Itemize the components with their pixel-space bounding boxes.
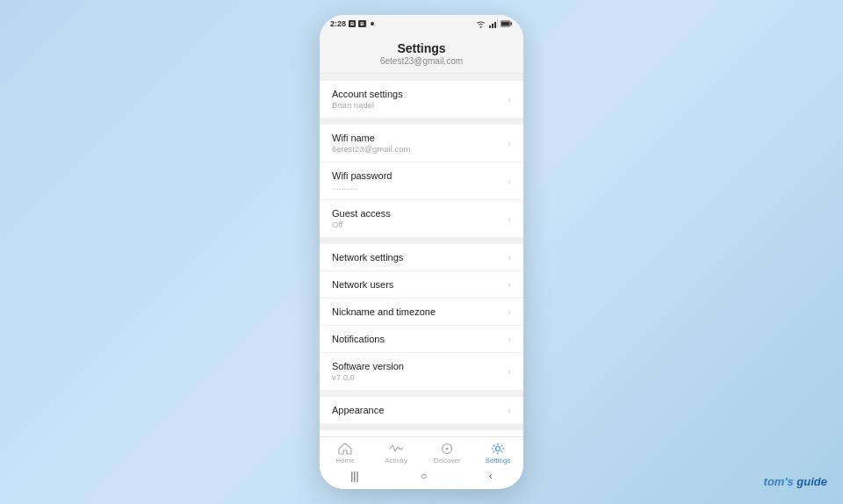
item-subtitle: v7.0.0	[332, 372, 502, 382]
sys-nav-recents[interactable]: |||	[350, 470, 358, 482]
chevron-icon: ›	[508, 405, 511, 415]
item-subtitle: Brian nadel	[332, 100, 502, 110]
settings-group-appearance: Appearance ›	[320, 397, 523, 423]
sys-nav-back[interactable]: ‹	[489, 470, 493, 482]
settings-item-account[interactable]: Account settings Brian nadel ›	[320, 81, 523, 118]
chevron-icon: ›	[508, 213, 511, 224]
chevron-icon: ›	[508, 252, 511, 263]
svg-point-8	[446, 448, 449, 450]
item-title: Account settings	[332, 89, 502, 99]
settings-item-wifi-name[interactable]: Wifi name 6etest23@gmail.com ›	[320, 125, 523, 162]
settings-item-notifications[interactable]: Notifications ›	[320, 326, 523, 353]
item-content: Wifi password ...........	[332, 170, 502, 191]
svg-rect-6	[501, 22, 509, 25]
settings-scroll: Account settings Brian nadel › Wifi name…	[320, 74, 523, 436]
settings-item-software-version[interactable]: Software version v7.0.0 ›	[320, 353, 523, 390]
item-content: Account settings Brian nadel	[332, 89, 502, 110]
settings-item-appearance[interactable]: Appearance ›	[320, 397, 523, 423]
item-title: Notifications	[332, 334, 502, 344]
settings-item-wifi-password[interactable]: Wifi password ........... ›	[320, 162, 523, 200]
item-title: Wifi password	[332, 170, 502, 181]
item-subtitle: Off	[332, 220, 502, 229]
chevron-icon: ›	[508, 279, 511, 290]
nav-item-discover[interactable]: Discover	[422, 443, 472, 464]
page-header: Settings 6etest23@gmail.com	[320, 32, 523, 74]
bottom-nav: Home Activity Discover Settings	[320, 436, 523, 466]
chevron-icon: ›	[508, 138, 511, 148]
item-content: Guest access Off	[332, 208, 502, 229]
nav-item-home[interactable]: Home	[320, 443, 371, 464]
icon-b1: B	[349, 20, 356, 27]
status-bar: 2:28 B B	[320, 15, 523, 32]
item-content: Notifications	[332, 334, 502, 344]
activity-icon	[389, 443, 403, 455]
item-content: Appearance	[332, 405, 502, 415]
item-content: Network settings	[332, 252, 502, 263]
nav-label-discover: Discover	[433, 457, 460, 464]
page-title: Settings	[327, 41, 516, 55]
settings-group-wifi: Wifi name 6etest23@gmail.com › Wifi pass…	[320, 125, 523, 237]
item-content: Nickname and timezone	[332, 306, 502, 317]
item-title: Network users	[332, 279, 502, 290]
notification-dot	[371, 22, 374, 25]
sys-nav-home[interactable]: ○	[421, 470, 427, 482]
svg-rect-1	[492, 24, 494, 28]
chevron-icon: ›	[508, 334, 511, 344]
svg-point-9	[496, 447, 501, 451]
system-nav-bar: ||| ○ ‹	[320, 466, 523, 489]
chevron-icon: ›	[508, 306, 511, 317]
icon-b2: B	[358, 20, 365, 27]
settings-item-nickname-timezone[interactable]: Nickname and timezone ›	[320, 299, 523, 326]
nav-label-settings: Settings	[486, 457, 511, 464]
item-title: Wifi name	[332, 133, 502, 143]
svg-rect-0	[489, 25, 491, 28]
item-title: Guest access	[332, 208, 502, 219]
toms-guide-watermark: tom's guide	[764, 475, 827, 488]
phone-frame: 2:28 B B	[320, 15, 523, 489]
settings-icon	[491, 443, 505, 455]
nav-item-settings[interactable]: Settings	[472, 443, 523, 464]
chevron-icon: ›	[508, 366, 511, 377]
nav-item-activity[interactable]: Activity	[371, 443, 422, 464]
item-content: Software version v7.0.0	[332, 361, 502, 382]
discover-icon	[440, 443, 454, 455]
item-content: Wifi name 6etest23@gmail.com	[332, 133, 502, 154]
item-title: Software version	[332, 361, 502, 371]
svg-rect-3	[497, 19, 498, 28]
settings-item-guest-access[interactable]: Guest access Off ›	[320, 200, 523, 237]
item-content: Network users	[332, 279, 502, 290]
signal-icon	[489, 19, 498, 28]
settings-item-troubleshooting[interactable]: Troubleshooting ›	[320, 430, 523, 436]
item-subtitle: 6etest23@gmail.com	[332, 144, 502, 154]
settings-item-network-users[interactable]: Network users ›	[320, 271, 523, 299]
time-display: 2:28	[330, 19, 346, 28]
status-right	[475, 19, 513, 28]
page-subtitle: 6etest23@gmail.com	[327, 56, 516, 66]
settings-group-account: Account settings Brian nadel ›	[320, 81, 523, 118]
home-icon	[338, 443, 352, 455]
chevron-icon: ›	[508, 176, 511, 186]
nav-label-activity: Activity	[385, 457, 407, 464]
svg-rect-5	[511, 23, 513, 25]
nav-label-home: Home	[335, 457, 354, 464]
chevron-icon: ›	[508, 94, 511, 104]
item-title: Network settings	[332, 252, 502, 263]
item-subtitle: ...........	[332, 182, 502, 191]
wifi-icon	[475, 19, 486, 28]
settings-group-troubleshooting: Troubleshooting ›	[320, 430, 523, 436]
settings-group-network: Network settings › Network users › Nickn…	[320, 244, 523, 390]
battery-icon	[501, 20, 513, 27]
item-title: Appearance	[332, 405, 502, 415]
status-left: 2:28 B B	[330, 19, 374, 28]
item-title: Nickname and timezone	[332, 306, 502, 317]
svg-rect-2	[494, 22, 496, 28]
settings-item-network-settings[interactable]: Network settings ›	[320, 244, 523, 271]
